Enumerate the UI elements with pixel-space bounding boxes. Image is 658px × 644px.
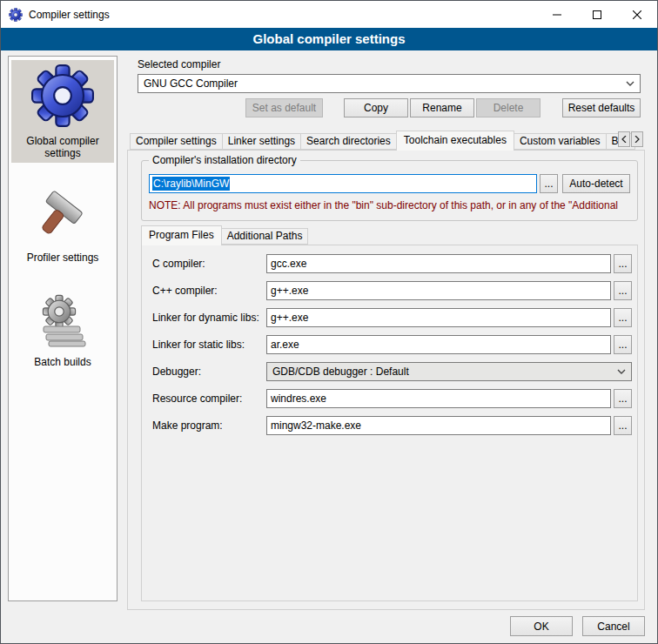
- chevron-down-icon: [617, 369, 626, 374]
- program-files-panel: C compiler: ... C++ compiler: ... Linker…: [141, 245, 638, 601]
- installation-directory-value: C:\raylib\MinGW: [152, 177, 230, 191]
- main-panel: Selected compiler GNU GCC Compiler Set a…: [127, 55, 645, 612]
- field-row: Linker for static libs: ...: [152, 335, 632, 354]
- sidebar-item-profiler-settings[interactable]: Profiler settings: [11, 184, 114, 267]
- tab-program-files[interactable]: Program Files: [141, 225, 222, 245]
- installation-directory-title: Compiler's installation directory: [149, 154, 300, 166]
- tab-toolchain-executables[interactable]: Toolchain executables: [396, 131, 514, 151]
- tab-scroll-right-button[interactable]: [631, 131, 643, 147]
- tab-search-directories[interactable]: Search directories: [300, 133, 397, 150]
- tab-custom-variables[interactable]: Custom variables: [514, 133, 607, 150]
- install-dir-browse-button[interactable]: ...: [540, 174, 558, 193]
- bin-subdirectory-note: NOTE: All programs must exist either in …: [149, 199, 634, 211]
- linker-static-browse-button[interactable]: ...: [614, 335, 632, 354]
- tab-scroll-left-button[interactable]: [618, 131, 630, 147]
- field-row: C compiler: ...: [152, 254, 632, 273]
- delete-button[interactable]: Delete: [476, 98, 540, 117]
- cancel-button[interactable]: Cancel: [582, 616, 645, 636]
- c-compiler-input[interactable]: [266, 254, 611, 273]
- resource-compiler-browse-button[interactable]: ...: [614, 389, 632, 408]
- field-row: Linker for dynamic libs: ...: [152, 308, 632, 327]
- rename-button[interactable]: Rename: [410, 98, 474, 117]
- make-program-browse-button[interactable]: ...: [614, 416, 632, 435]
- set-as-default-button[interactable]: Set as default: [245, 98, 323, 117]
- field-row: C++ compiler: ...: [152, 281, 632, 300]
- selected-compiler-value: GNU GCC Compiler: [144, 77, 238, 90]
- compiler-tabs: Compiler settings Linker settings Search…: [130, 130, 645, 150]
- field-row: Debugger: GDB/CDB debugger : Default: [152, 362, 632, 381]
- cpp-compiler-label: C++ compiler:: [152, 285, 266, 297]
- tab-linker-settings[interactable]: Linker settings: [222, 133, 301, 150]
- sidebar-item-global-compiler-settings[interactable]: Global compiler settings: [11, 60, 114, 163]
- profiler-icon: [35, 188, 91, 246]
- resource-compiler-input[interactable]: [266, 389, 611, 408]
- debugger-value: GDB/CDB debugger : Default: [272, 366, 409, 378]
- linker-static-label: Linker for static libs:: [152, 339, 266, 351]
- installation-directory-group: Compiler's installation directory C:\ray…: [141, 160, 638, 221]
- c-compiler-browse-button[interactable]: ...: [614, 254, 632, 273]
- debugger-label: Debugger:: [152, 366, 266, 378]
- window-controls: [537, 1, 657, 28]
- reset-defaults-button[interactable]: Reset defaults: [562, 98, 641, 117]
- toolchain-executables-panel: Compiler's installation directory C:\ray…: [127, 150, 645, 610]
- installation-directory-row: C:\raylib\MinGW ... Auto-detect: [149, 174, 630, 193]
- maximize-button[interactable]: [577, 1, 617, 28]
- dialog-banner: Global compiler settings: [1, 28, 657, 50]
- ok-button[interactable]: OK: [510, 616, 573, 636]
- batch-builds-icon: [35, 292, 91, 351]
- app-icon: [9, 8, 23, 22]
- sidebar-item-label: Global compiler settings: [13, 135, 112, 159]
- compiler-settings-window: Compiler settings Global compiler settin…: [0, 0, 658, 644]
- field-row: Make program: ...: [152, 416, 632, 435]
- make-program-label: Make program:: [152, 419, 266, 432]
- c-compiler-label: C compiler:: [152, 258, 266, 270]
- linker-static-input[interactable]: [266, 335, 611, 354]
- minimize-button[interactable]: [537, 1, 577, 28]
- installation-directory-input[interactable]: C:\raylib\MinGW: [149, 174, 537, 193]
- titlebar: Compiler settings: [1, 1, 657, 28]
- cpp-compiler-browse-button[interactable]: ...: [614, 281, 632, 300]
- close-button[interactable]: [617, 1, 657, 28]
- chevron-down-icon: [626, 81, 634, 86]
- linker-dynamic-label: Linker for dynamic libs:: [152, 312, 266, 324]
- auto-detect-button[interactable]: Auto-detect: [562, 174, 630, 193]
- cpp-compiler-input[interactable]: [266, 281, 611, 300]
- window-title: Compiler settings: [29, 9, 110, 21]
- sidebar-item-label: Profiler settings: [27, 252, 99, 264]
- tab-scroll-buttons: [617, 131, 643, 147]
- field-row: Resource compiler: ...: [152, 389, 632, 408]
- debugger-select[interactable]: GDB/CDB debugger : Default: [266, 362, 632, 381]
- tab-additional-paths[interactable]: Additional Paths: [221, 228, 309, 245]
- sidebar-item-batch-builds[interactable]: Batch builds: [11, 288, 114, 372]
- selected-compiler-label: Selected compiler: [138, 58, 220, 70]
- copy-button[interactable]: Copy: [344, 98, 408, 117]
- settings-sidebar: Global compiler settings Profiler settin…: [8, 56, 118, 601]
- compiler-action-buttons: Set as default Copy Rename Delete Reset …: [245, 98, 641, 117]
- linker-dynamic-browse-button[interactable]: ...: [614, 308, 632, 327]
- sidebar-item-label: Batch builds: [34, 356, 91, 368]
- program-tabs: Program Files Additional Paths: [141, 225, 307, 245]
- resource-compiler-label: Resource compiler:: [152, 392, 266, 405]
- linker-dynamic-input[interactable]: [266, 308, 611, 327]
- make-program-input[interactable]: [266, 416, 611, 435]
- selected-compiler-select[interactable]: GNU GCC Compiler: [138, 74, 641, 93]
- gear-icon: [31, 64, 94, 130]
- tab-compiler-settings[interactable]: Compiler settings: [130, 133, 223, 150]
